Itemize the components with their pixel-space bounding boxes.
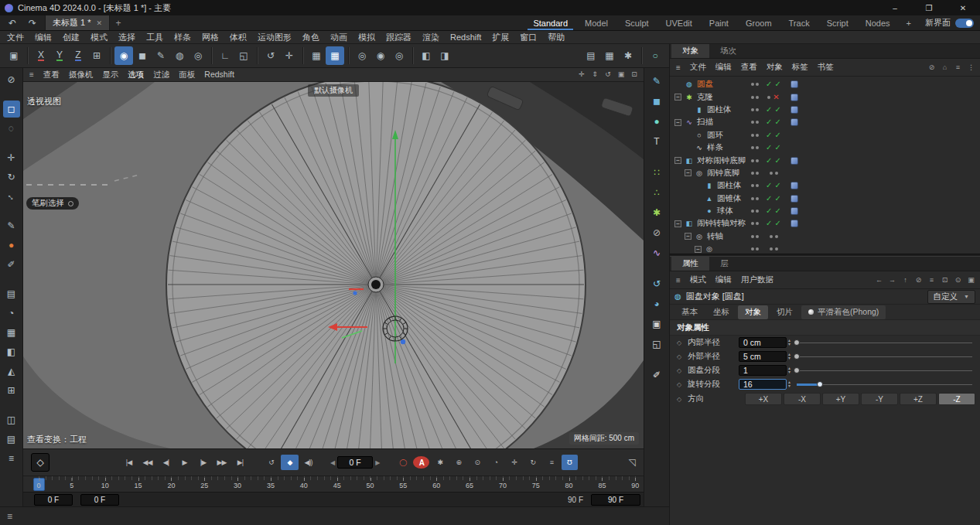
material-tag-icon[interactable] [790, 94, 798, 101]
menubar-item-17[interactable]: 窗口 [514, 32, 542, 43]
record-scale-icon[interactable]: ⊙ [469, 455, 485, 470]
stage-object-icon[interactable]: ◱ [648, 336, 665, 353]
workspace-tab-track[interactable]: Track [780, 15, 818, 30]
expand-toggle-icon[interactable]: − [674, 119, 681, 126]
preview-start-field[interactable]: 0 F [80, 494, 119, 506]
menubar-item-4[interactable]: 选择 [113, 32, 141, 43]
loop-mode-icon[interactable]: ↺ [262, 455, 280, 470]
property-slider[interactable] [797, 351, 972, 362]
menubar-item-6[interactable]: 样条 [169, 32, 196, 43]
enable-checks[interactable]: ✕ [761, 94, 786, 101]
workspace-tab-paint[interactable]: Paint [701, 15, 737, 30]
viewport-menu-3[interactable]: 选项 [123, 70, 149, 80]
paint-button[interactable]: ● [3, 237, 20, 254]
menubar-item-0[interactable]: 文件 [2, 32, 29, 43]
attr-tab-1[interactable]: 坐标 [706, 305, 736, 319]
search-icon[interactable]: ⊘ [3, 71, 20, 88]
property-value-input[interactable]: 1 [739, 365, 787, 376]
add-tab-button[interactable]: + [110, 15, 127, 30]
expand-toggle-icon[interactable]: − [674, 157, 681, 164]
anim-dot-icon[interactable]: ◇ [677, 367, 688, 374]
menubar-item-14[interactable]: 渲染 [417, 32, 445, 43]
material-tag-icon[interactable] [790, 157, 798, 165]
viewport-menu-0[interactable]: 查看 [39, 70, 64, 80]
material-sphere-icon[interactable]: ○ [646, 46, 664, 65]
direction-button-minus-z[interactable]: -Z [938, 393, 975, 405]
play-button[interactable]: ▶ [176, 455, 193, 470]
property-value-input[interactable]: 16 [739, 379, 787, 390]
camera-object-icon[interactable]: ▣ [648, 315, 665, 332]
mirror-icon[interactable]: ◧ [3, 343, 20, 360]
om-menu-1[interactable]: 编辑 [711, 62, 736, 73]
prev-key-button[interactable]: ◀◀ [138, 455, 156, 470]
enable-checks[interactable]: ✓✓ [761, 220, 786, 227]
status-menu-icon[interactable]: ≡ [7, 511, 12, 522]
preset-dropdown[interactable]: 自定义 ▼ [927, 290, 975, 304]
enable-checks[interactable]: ✓✓ [761, 118, 786, 126]
property-slider[interactable] [797, 337, 972, 348]
menubar-item-1[interactable]: 编辑 [29, 32, 57, 43]
menubar-item-12[interactable]: 模拟 [353, 32, 381, 43]
timeline-expand-icon[interactable]: ◹ [629, 457, 636, 468]
up-icon[interactable]: ↑ [900, 274, 911, 286]
cube-primitive-icon[interactable]: ◼ [648, 93, 665, 110]
enable-checks[interactable]: ✓✓ [761, 182, 786, 189]
object-row-2[interactable]: ▮圆柱体✓✓ [670, 104, 980, 116]
filter-icon[interactable]: ≡ [952, 62, 964, 73]
workspace-tab-uvedit[interactable]: UVEdit [657, 15, 701, 30]
matrix-icon[interactable]: ∴ [648, 184, 665, 201]
reset-psr-icon[interactable]: ↺ [261, 46, 280, 65]
enable-checks[interactable] [761, 235, 786, 238]
brush-button[interactable]: ✎ [3, 217, 20, 234]
viewport-menu-5[interactable]: 面板 [174, 70, 200, 80]
move-button[interactable]: ✛ [3, 149, 20, 166]
menubar-item-8[interactable]: 体积 [224, 32, 252, 43]
new-interface-toggle[interactable] [955, 19, 974, 28]
om-menu-4[interactable]: 标签 [787, 62, 813, 73]
volume-icon[interactable]: ◕ [648, 295, 665, 312]
material-tag-icon[interactable] [790, 207, 798, 215]
expand-toggle-icon[interactable]: − [695, 246, 702, 253]
add-object-icon[interactable]: ⊞ [3, 382, 20, 399]
object-row-3[interactable]: −∿扫描✓✓ [670, 116, 980, 128]
enable-checks[interactable]: ✓✓ [761, 131, 786, 139]
target-icon[interactable]: ⊙ [952, 274, 964, 286]
frame-selection-icon[interactable]: ▣ [5, 46, 23, 65]
visibility-dots[interactable] [749, 235, 761, 238]
render-settings-button[interactable]: ✱ [619, 46, 637, 65]
object-row-7[interactable]: −◎闹钟底脚 [670, 167, 980, 179]
value-spinner[interactable]: ▴▾ [788, 380, 790, 388]
maximize-button[interactable]: ❐ [912, 0, 946, 15]
more-icon[interactable]: ⋮ [965, 62, 977, 73]
visibility-dots[interactable] [749, 83, 761, 86]
timeline-layers-icon[interactable]: ≡ [543, 455, 559, 470]
axis-modify-icon[interactable]: ↺ [648, 275, 665, 292]
workspace-tab-script[interactable]: Script [818, 15, 857, 30]
object-row-0[interactable]: ◍圆盘✓✓ [670, 78, 980, 90]
attr-tab-3[interactable]: 切片 [770, 305, 800, 319]
viewport[interactable]: 默认摄像机 透视视图 笔刷选择 查看变换：工程 网格间距: 500 cm [23, 82, 644, 448]
anim-dot-icon[interactable]: ◇ [677, 353, 688, 360]
spline-pen-icon[interactable]: ✎ [648, 73, 665, 90]
enable-checks[interactable]: ✓✓ [761, 80, 786, 88]
scale-button[interactable]: ↔ [3, 188, 20, 205]
anim-dot-icon[interactable]: ◇ [677, 381, 688, 388]
attr-tab-2[interactable]: 对象 [738, 305, 768, 319]
copy-icon[interactable]: ▣ [965, 274, 977, 286]
direction-button-plusminus-z[interactable]: +Z [900, 393, 937, 405]
prism-icon[interactable]: ◭ [3, 363, 20, 380]
lock-y-button[interactable]: Y [50, 46, 69, 65]
ring-b-icon[interactable]: ◉ [371, 46, 390, 65]
workspace-tab-nodes[interactable]: Nodes [857, 15, 899, 30]
record-rotation-icon[interactable]: ◔ [487, 455, 504, 470]
record-keyframe-button[interactable]: ◯ [394, 455, 411, 470]
object-row-1[interactable]: −✱克隆✕ [670, 90, 980, 103]
viewport-menu-6[interactable]: Redshift [200, 70, 239, 80]
expand-toggle-icon[interactable]: − [674, 220, 681, 227]
attr-menu-0[interactable]: 模式 [685, 274, 711, 285]
snap-list-icon[interactable]: ▤ [3, 285, 20, 302]
menubar-item-18[interactable]: 帮助 [542, 32, 570, 43]
timeline-ruler[interactable]: 051015202530354045505560657075808590 [23, 476, 644, 492]
attr-menu-1[interactable]: 编辑 [711, 274, 736, 285]
axis-band-icon[interactable]: ◔ [3, 305, 20, 322]
